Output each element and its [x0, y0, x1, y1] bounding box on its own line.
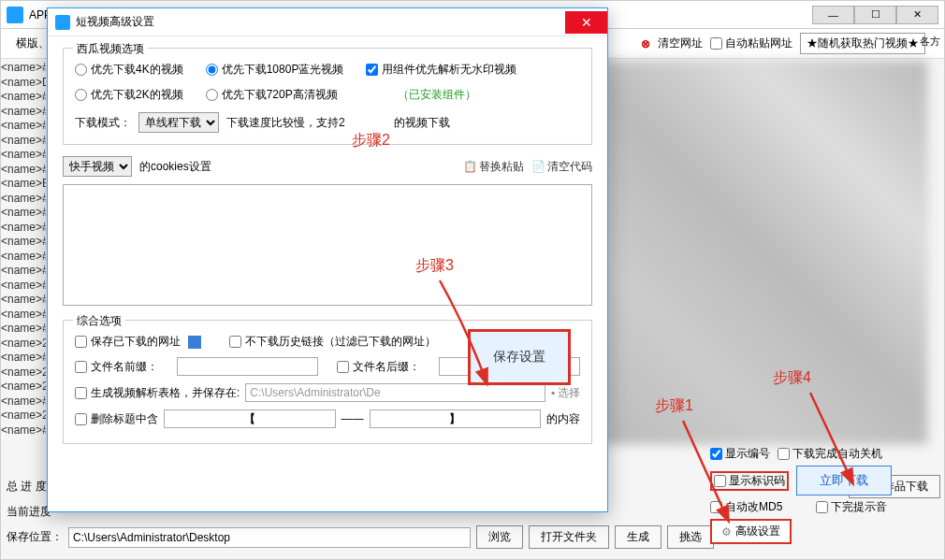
- chk-save-url[interactable]: 保存已下载的网址: [75, 334, 201, 350]
- show-number-chk[interactable]: 显示编号: [710, 446, 770, 462]
- open-folder-button[interactable]: 打开文件夹: [529, 525, 609, 549]
- generate-button[interactable]: 生成: [615, 525, 662, 549]
- auto-paste-chk[interactable]: 自动粘贴网址: [710, 36, 792, 51]
- page-icon: 📄: [531, 160, 545, 173]
- right-options: 显示编号 下载完成自动关机 显示标识码 立即下载 自动改MD5 下完提示音 ⚙高…: [710, 442, 925, 548]
- download-now-button[interactable]: 立即下载: [796, 466, 892, 495]
- cookies-label: 的cookies设置: [139, 159, 211, 175]
- mode-select[interactable]: 单线程下载: [138, 112, 219, 133]
- auto-md5-chk[interactable]: 自动改MD5: [710, 499, 782, 515]
- right-extra-label: 各方: [920, 35, 940, 49]
- left-name-list: <name>#<name>D<name>#<name>#<name>#<name…: [1, 61, 46, 472]
- replace-paste-button[interactable]: 📋替换粘贴: [463, 159, 524, 175]
- table-path-input[interactable]: [245, 383, 545, 402]
- mode-label: 下载模式：: [75, 115, 131, 131]
- clear-code-button[interactable]: 📄清空代码: [531, 159, 592, 175]
- select-button[interactable]: 挑选: [667, 525, 714, 549]
- maximize-button[interactable]: ☐: [854, 6, 896, 24]
- preview-pane: [603, 61, 927, 444]
- advanced-settings-button[interactable]: ⚙高级设置: [710, 519, 792, 544]
- save-icon: [188, 336, 201, 349]
- save-location-label: 保存位置：: [7, 529, 63, 545]
- dialog-close-button[interactable]: ✕: [565, 11, 607, 34]
- del-tail-label: 的内容: [546, 411, 580, 427]
- radio-1080p[interactable]: 优先下载1080P蓝光视频: [206, 62, 344, 78]
- xigua-group: 西瓜视频选项 优先下载4K的视频 优先下载1080P蓝光视频 用组件优先解析无水…: [63, 48, 592, 145]
- dash-label: ——: [342, 412, 364, 425]
- right-toolbar: ⊗ 清空网址 自动粘贴网址 ★随机获取热门视频★: [641, 33, 925, 54]
- folder-icon: ▪: [551, 386, 555, 399]
- cookies-row: 快手视频 的cookies设置 📋替换粘贴 📄清空代码: [63, 156, 592, 177]
- clear-url-icon: ⊗: [641, 37, 650, 50]
- dialog-body: 西瓜视频选项 优先下载4K的视频 优先下载1080P蓝光视频 用组件优先解析无水…: [48, 36, 607, 467]
- show-id-chk[interactable]: 显示标识码: [710, 471, 789, 491]
- chk-component[interactable]: 用组件优先解析无水印视频: [366, 62, 516, 78]
- save-settings-button[interactable]: 保存设置: [468, 329, 571, 385]
- cookies-source-select[interactable]: 快手视频: [63, 156, 132, 177]
- radio-2k[interactable]: 优先下载2K的视频: [75, 87, 183, 103]
- dialog-titlebar: 短视频高级设置 ✕: [48, 8, 607, 36]
- gear-icon: ⚙: [721, 525, 732, 538]
- mode-hint: 下载速度比较慢，支持2: [226, 115, 345, 131]
- close-button[interactable]: ✕: [896, 6, 938, 24]
- radio-720p[interactable]: 优先下载720P高清视频: [206, 87, 338, 103]
- general-group-title: 综合选项: [73, 313, 125, 329]
- clipboard-icon: 📋: [463, 160, 476, 173]
- auto-shutdown-chk[interactable]: 下载完成自动关机: [778, 446, 882, 462]
- dialog-title: 短视频高级设置: [76, 14, 154, 30]
- general-group: 综合选项 保存已下载的网址 不下载历史链接（过滤已下载的网址） 文件名前缀： 文…: [63, 320, 592, 444]
- chk-prefix[interactable]: 文件名前缀：: [75, 357, 158, 376]
- app-icon: [7, 7, 23, 23]
- xigua-group-title: 西瓜视频选项: [73, 41, 148, 57]
- bracket-right-input[interactable]: [370, 409, 542, 428]
- random-hot-button[interactable]: ★随机获取热门视频★: [800, 33, 925, 54]
- chk-suffix[interactable]: 文件名后缀：: [337, 357, 420, 376]
- installed-text: （已安装组件）: [398, 87, 476, 103]
- bracket-left-input[interactable]: [164, 409, 336, 428]
- browse-button[interactable]: 浏览: [476, 525, 523, 549]
- chk-gen-table[interactable]: 生成视频解析表格，并保存在:: [75, 385, 240, 401]
- clear-url-label[interactable]: 清空网址: [658, 36, 703, 51]
- chk-no-history[interactable]: 不下载历史链接（过滤已下载的网址）: [229, 334, 436, 350]
- dialog-icon: [55, 15, 70, 30]
- chk-del-title[interactable]: 删除标题中含: [75, 411, 158, 427]
- select-path-button[interactable]: ▪选择: [551, 385, 580, 401]
- advanced-settings-dialog: 短视频高级设置 ✕ 西瓜视频选项 优先下载4K的视频 优先下载1080P蓝光视频…: [47, 7, 608, 512]
- minimize-button[interactable]: —: [812, 6, 854, 24]
- cookies-textarea[interactable]: [63, 184, 592, 306]
- mode-hint2: 的视频下载: [394, 115, 450, 131]
- radio-4k[interactable]: 优先下载4K的视频: [75, 62, 183, 78]
- save-location-input[interactable]: [68, 527, 471, 548]
- prefix-input[interactable]: [177, 357, 318, 376]
- no-sound-chk[interactable]: 下完提示音: [816, 499, 887, 515]
